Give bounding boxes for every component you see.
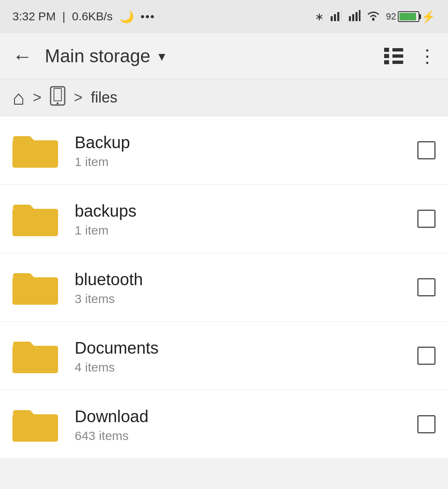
folder-icon-wrapper bbox=[12, 405, 62, 443]
battery-percent-label: 92 bbox=[386, 11, 396, 22]
network-speed: 0.6KB/s bbox=[72, 10, 113, 23]
folder-icon-wrapper bbox=[12, 337, 62, 375]
folder-icon bbox=[12, 131, 58, 168]
svg-rect-4 bbox=[349, 16, 351, 21]
file-name: Backup bbox=[75, 132, 417, 153]
file-info: Documents 4 items bbox=[62, 337, 417, 374]
home-icon[interactable]: ⌂ bbox=[12, 86, 24, 109]
divider: | bbox=[62, 10, 65, 23]
list-item[interactable]: bluetooth 3 items bbox=[0, 253, 448, 322]
svg-point-11 bbox=[57, 102, 59, 104]
wifi-icon bbox=[366, 10, 380, 24]
file-info: backups 1 item bbox=[62, 200, 417, 237]
tablet-icon[interactable] bbox=[50, 86, 66, 110]
dropdown-arrow-icon: ▼ bbox=[156, 50, 168, 64]
folder-icon bbox=[12, 200, 58, 236]
file-checkbox[interactable] bbox=[417, 415, 436, 433]
breadcrumb-sep-2: > bbox=[74, 89, 83, 106]
signal1-icon bbox=[330, 10, 342, 24]
svg-rect-5 bbox=[352, 14, 354, 21]
svg-rect-7 bbox=[359, 10, 360, 21]
battery-fill bbox=[399, 13, 416, 20]
folder-icon-wrapper bbox=[12, 268, 62, 306]
storage-selector[interactable]: Main storage ▼ bbox=[45, 46, 168, 66]
breadcrumb: ⌂ > > files bbox=[0, 79, 448, 116]
file-checkbox[interactable] bbox=[417, 278, 436, 296]
folder-icon bbox=[12, 405, 58, 442]
status-bar: 3:32 PM | 0.6KB/s 🌙 ••• ∗ bbox=[0, 0, 448, 33]
file-meta: 643 items bbox=[75, 429, 417, 443]
breadcrumb-sep-1: > bbox=[33, 89, 41, 106]
svg-rect-2 bbox=[337, 12, 339, 21]
file-meta: 3 items bbox=[75, 292, 417, 306]
folder-icon-wrapper bbox=[12, 200, 62, 238]
file-info: bluetooth 3 items bbox=[62, 269, 417, 306]
folder-icon-wrapper bbox=[12, 131, 62, 169]
file-checkbox[interactable] bbox=[417, 347, 436, 365]
svg-rect-1 bbox=[334, 14, 336, 21]
status-left: 3:32 PM | 0.6KB/s 🌙 ••• bbox=[12, 10, 155, 24]
header-title: Main storage bbox=[45, 46, 150, 66]
file-checkbox[interactable] bbox=[417, 141, 436, 159]
moon-icon: 🌙 bbox=[119, 10, 134, 24]
list-item[interactable]: backups 1 item bbox=[0, 185, 448, 253]
breadcrumb-files[interactable]: files bbox=[91, 89, 117, 106]
svg-rect-9 bbox=[51, 87, 65, 105]
file-checkbox[interactable] bbox=[417, 210, 436, 228]
more-options-button[interactable]: ⋮ bbox=[418, 47, 436, 65]
app-header: ← Main storage ▼ ⋮ bbox=[0, 33, 448, 79]
battery-box bbox=[398, 11, 419, 22]
svg-rect-6 bbox=[355, 12, 358, 21]
svg-rect-10 bbox=[54, 88, 61, 101]
file-name: Download bbox=[75, 406, 417, 427]
time-display: 3:32 PM bbox=[12, 10, 56, 23]
svg-point-8 bbox=[372, 18, 375, 21]
file-meta: 1 item bbox=[75, 155, 417, 169]
file-name: backups bbox=[75, 200, 417, 222]
charging-icon: ⚡ bbox=[421, 10, 436, 24]
header-right: ⋮ bbox=[384, 47, 436, 65]
list-item[interactable]: Backup 1 item bbox=[0, 116, 448, 185]
file-info: Download 643 items bbox=[62, 406, 417, 443]
list-item[interactable]: Download 643 items bbox=[0, 390, 448, 459]
header-left: ← Main storage ▼ bbox=[12, 45, 168, 68]
folder-icon bbox=[12, 268, 58, 305]
back-button[interactable]: ← bbox=[12, 45, 32, 68]
more-status-icon: ••• bbox=[141, 10, 155, 23]
bluetooth-icon: ∗ bbox=[315, 10, 324, 23]
list-view-button[interactable] bbox=[384, 48, 403, 64]
file-list: Backup 1 item backups 1 item bbox=[0, 116, 448, 459]
svg-rect-3 bbox=[341, 10, 342, 21]
status-right: ∗ 92 bbox=[315, 10, 436, 24]
svg-rect-0 bbox=[331, 16, 333, 21]
list-item[interactable]: Documents 4 items bbox=[0, 322, 448, 390]
file-name: bluetooth bbox=[75, 269, 417, 290]
file-name: Documents bbox=[75, 337, 417, 359]
file-meta: 4 items bbox=[75, 360, 417, 374]
file-meta: 1 item bbox=[75, 223, 417, 237]
folder-icon bbox=[12, 337, 58, 373]
signal2-icon bbox=[348, 10, 360, 24]
battery-indicator: 92 ⚡ bbox=[386, 10, 436, 24]
file-info: Backup 1 item bbox=[62, 132, 417, 169]
